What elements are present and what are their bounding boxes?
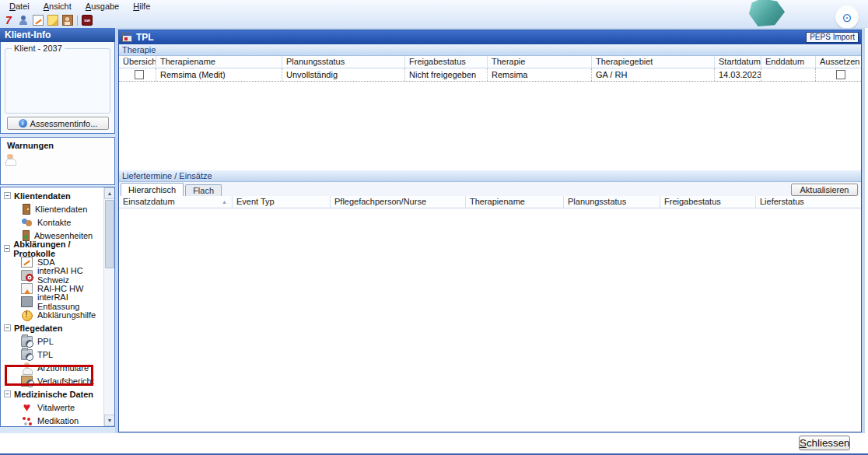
col-enddatum[interactable]: Enddatum bbox=[761, 56, 816, 68]
therapiename-cell: Remsima (Medit) bbox=[156, 68, 282, 81]
person-exit-icon[interactable] bbox=[62, 15, 73, 26]
col-einsatzdatum[interactable]: Einsatzdatum ▲ bbox=[119, 196, 233, 208]
nav-item-label: Kontakte bbox=[37, 218, 71, 227]
nav-item-label: Arztformulare bbox=[37, 363, 89, 373]
nav-section-label: Pflegedaten bbox=[14, 324, 62, 333]
nav-section-label: Abklärungen / Protokolle bbox=[13, 240, 103, 258]
col-planungsstatus[interactable]: Planungsstatus bbox=[282, 56, 405, 68]
col-lieferstatus[interactable]: Lieferstatus bbox=[756, 196, 861, 208]
col-therapiename[interactable]: Therapiename bbox=[156, 56, 282, 68]
nav-item-interrai-hc-schweiz[interactable]: interRAI HC Schweiz bbox=[1, 268, 103, 282]
heart-icon: ♥ bbox=[21, 402, 33, 413]
nav-section-abklaerungen[interactable]: − Abklärungen / Protokolle bbox=[1, 242, 103, 255]
clipboard-edit-icon[interactable] bbox=[33, 15, 44, 26]
menu-ausgabe[interactable]: Ausgabe bbox=[79, 1, 125, 13]
collapse-icon[interactable]: − bbox=[4, 245, 10, 252]
therapie-caption: Therapie bbox=[119, 44, 861, 56]
nav-item-label: Medikation bbox=[37, 416, 79, 425]
col-planungsstatus-2[interactable]: Planungsstatus bbox=[564, 196, 660, 208]
col-uebersicht[interactable]: Übersicht bbox=[119, 56, 156, 68]
col-pflegefachperson[interactable]: Pflegefachperson/Nurse bbox=[331, 196, 466, 208]
nav-item-label: Vitalwerte bbox=[37, 403, 75, 412]
menu-hilfe[interactable]: Hilfe bbox=[127, 1, 156, 13]
menu-datei[interactable]: Datei bbox=[3, 1, 36, 13]
therapie-table-row[interactable]: Remsima (Medit) Unvollständig Nicht frei… bbox=[119, 68, 861, 82]
nav-item-abklaerungshilfe[interactable]: Abklärungshilfe bbox=[1, 308, 103, 321]
nav-item-vitalwerte[interactable]: ♥ Vitalwerte bbox=[1, 401, 103, 414]
collapse-icon[interactable]: − bbox=[4, 192, 11, 199]
capture-icon: ⊙ bbox=[842, 12, 852, 23]
uebersicht-checkbox[interactable] bbox=[135, 70, 144, 79]
nav-item-tpl[interactable]: TPL bbox=[1, 348, 103, 361]
client-info-header: Klient-Info bbox=[0, 28, 115, 42]
therapiegebiet-cell: GA / RH bbox=[592, 68, 715, 81]
col-therapie[interactable]: Therapie bbox=[488, 56, 592, 68]
startdatum-cell: 14.03.2023 bbox=[715, 68, 761, 81]
person-icon[interactable] bbox=[18, 15, 29, 26]
scroll-down-icon[interactable]: ▼ bbox=[104, 415, 115, 426]
sw-icon[interactable]: sw bbox=[82, 15, 93, 26]
tree-scrollbar[interactable]: ▲ ▼ bbox=[103, 187, 114, 426]
tab-hierarchisch[interactable]: Hierarchisch bbox=[121, 183, 184, 196]
folder-clock-icon bbox=[21, 349, 33, 360]
nav-item-medikation[interactable]: Medikation bbox=[1, 414, 103, 427]
nav-item-label: Klientendaten bbox=[35, 205, 87, 214]
door-person-icon bbox=[23, 204, 30, 215]
enddatum-cell bbox=[761, 68, 816, 81]
note-icon[interactable] bbox=[47, 15, 58, 26]
peps-import-button[interactable]: PEPS Import bbox=[806, 32, 859, 43]
tpl-title-bar: TPL PEPS Import bbox=[119, 30, 861, 44]
client-groupbox: Klient - 2037 bbox=[5, 48, 110, 114]
nav-section-label: Klientendaten bbox=[14, 191, 71, 201]
warnings-panel: Warnungen bbox=[0, 137, 115, 185]
house-arrow-icon bbox=[21, 283, 33, 294]
einsaetze-tabstrip: Hierarchisch Flach bbox=[119, 182, 861, 196]
nurse-icon bbox=[4, 152, 16, 164]
assessment-info-button[interactable]: i Assessmentinfo... bbox=[7, 117, 109, 130]
assessment-info-label: Assessmentinfo... bbox=[30, 119, 98, 128]
folder-no-entry-icon bbox=[21, 270, 33, 281]
nav-item-label: interRAI HC Schweiz bbox=[37, 266, 103, 285]
therapie-cell: Remsima bbox=[488, 68, 592, 81]
app-7-icon[interactable]: 7 bbox=[3, 15, 14, 26]
nav-item-label: Verlaufsbericht bbox=[37, 376, 94, 386]
col-event-typ[interactable]: Event Typ bbox=[233, 196, 331, 208]
nav-item-klientendaten[interactable]: Klientendaten bbox=[1, 202, 103, 215]
tab-flach[interactable]: Flach bbox=[185, 184, 222, 196]
aktualisieren-button[interactable]: Aktualisieren bbox=[791, 184, 858, 196]
sort-asc-icon: ▲ bbox=[222, 199, 227, 205]
nav-tree: − Klientendaten Klientendaten Kontakte A… bbox=[0, 187, 115, 427]
capture-button[interactable]: ⊙ bbox=[835, 5, 859, 29]
aussetzen-checkbox[interactable] bbox=[836, 70, 845, 79]
col-freigabestatus-2[interactable]: Freigabestatus bbox=[660, 196, 756, 208]
nav-section-medizinische-daten[interactable]: − Medizinische Daten bbox=[1, 387, 103, 401]
nav-item-ppl[interactable]: PPL bbox=[1, 334, 103, 348]
collapse-icon[interactable]: − bbox=[4, 390, 11, 397]
menu-ansicht[interactable]: Ansicht bbox=[37, 1, 78, 13]
main-area: TPL PEPS Import Therapie Übersicht Thera… bbox=[115, 28, 865, 434]
nav-item-label: Abklärungshilfe bbox=[37, 310, 96, 320]
scroll-up-icon[interactable]: ▲ bbox=[104, 187, 115, 199]
col-startdatum[interactable]: Startdatum bbox=[715, 56, 761, 68]
schliessen-button[interactable]: Schliessen bbox=[799, 436, 850, 450]
col-freigabestatus[interactable]: Freigabestatus bbox=[405, 56, 488, 68]
nav-section-klientendaten[interactable]: − Klientendaten bbox=[1, 189, 103, 202]
folder-clock-icon bbox=[21, 336, 33, 347]
col-aussetzen[interactable]: Aussetzen bbox=[816, 56, 861, 68]
left-column: Klient-Info Klient - 2037 i Assessmentin… bbox=[0, 28, 115, 433]
menu-bar: Datei Ansicht Ausgabe Hilfe bbox=[3, 1, 156, 13]
collapse-icon[interactable]: − bbox=[4, 324, 11, 331]
col-therapiegebiet[interactable]: Therapiegebiet bbox=[592, 56, 715, 68]
nav-section-pflegedaten[interactable]: − Pflegedaten bbox=[1, 321, 103, 334]
warnings-title: Warnungen bbox=[7, 141, 54, 150]
nav-item-interrai-entlassung[interactable]: interRAI Entlassung bbox=[1, 295, 103, 308]
uebersicht-cell bbox=[119, 68, 156, 81]
nav-item-verlaufsbericht[interactable]: Verlaufsbericht bbox=[1, 374, 103, 387]
info-icon: i bbox=[19, 119, 27, 128]
col-therapiename-2[interactable]: Therapiename bbox=[466, 196, 564, 208]
nav-item-kontakte[interactable]: Kontakte bbox=[1, 215, 103, 229]
nav-item-arztformulare[interactable]: Arztformulare bbox=[1, 361, 103, 374]
client-id-label: Klient - 2037 bbox=[12, 44, 65, 53]
client-info-panel: Klient - 2037 i Assessmentinfo... bbox=[0, 42, 115, 134]
scroll-thumb[interactable] bbox=[105, 200, 114, 268]
